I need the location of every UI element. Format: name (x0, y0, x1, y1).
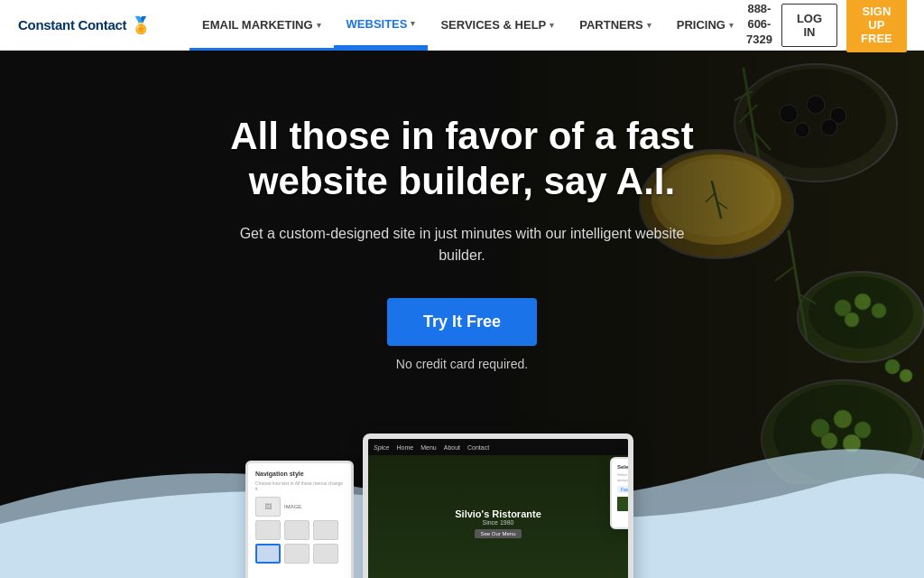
nav-style-option-4[interactable] (255, 544, 281, 564)
tablet-nav-contact: Contact (467, 444, 489, 451)
nav-style-option-2[interactable] (284, 520, 310, 540)
image-label: IMAGE (284, 504, 301, 509)
cover-image-title: Select your cover image (617, 464, 633, 470)
nav-style-option-5[interactable] (284, 544, 310, 564)
nav-style-option-6[interactable] (313, 544, 338, 564)
tablet-nav-about: About (444, 444, 460, 451)
chevron-down-icon: ▾ (729, 21, 734, 30)
no-credit-card-text: No credit card required. (396, 357, 528, 371)
logo[interactable]: Constant Contact 🏅 (18, 15, 162, 35)
hero-title: All those in favor of a fast website bui… (191, 114, 733, 205)
login-button[interactable]: LOG IN (781, 4, 837, 47)
nav-style-row-2 (255, 544, 344, 564)
phone-number: 888-606-7329 (746, 2, 772, 48)
mockup-container: Navigation style Choose how text in All … (245, 434, 679, 578)
image-source-buttons: Facebook Email Photo Upload (617, 486, 633, 493)
logo-text: Constant Contact (18, 17, 126, 33)
restaurant-since: Since 1980 (482, 519, 513, 526)
chevron-down-icon: ▾ (647, 21, 651, 30)
try-it-free-button[interactable]: Try It Free (387, 298, 537, 346)
main-nav: EMAIL MARKETING ▾ WEBSITES ▾ SERVICES & … (189, 0, 746, 51)
facebook-source-btn[interactable]: Facebook (617, 486, 633, 493)
nav-style-subtitle: Choose how text in All those menus chang… (255, 480, 344, 491)
chevron-down-icon: ▾ (550, 21, 554, 30)
header: Constant Contact 🏅 EMAIL MARKETING ▾ WEB… (0, 0, 924, 51)
nav-style-option-3[interactable] (313, 520, 338, 540)
nav-item-services[interactable]: SERVICES & HELP ▾ (428, 0, 567, 51)
hero-section: All those in favor of a fast website bui… (0, 51, 924, 578)
tablet-logo: Spice (374, 444, 390, 451)
tablet-nav-bar: Spice Home Menu About Contact (368, 439, 628, 455)
nav-style-row-1 (255, 520, 344, 540)
chevron-down-icon: ▾ (411, 19, 415, 28)
restaurant-name: Silvio's Ristorante (455, 508, 541, 519)
image-grid (617, 497, 633, 511)
see-menu-button[interactable]: See Our Menu (475, 529, 521, 538)
nav-item-websites[interactable]: WEBSITES ▾ (334, 0, 429, 51)
cover-image-subtitle: Select one of the images below or upload… (617, 472, 633, 482)
nav-item-email-marketing[interactable]: EMAIL MARKETING ▾ (189, 0, 334, 51)
tablet-content: Silvio's Ristorante Since 1980 See Our M… (368, 455, 628, 578)
tablet-mockup: Spice Home Menu About Contact Silvio's R… (363, 434, 633, 578)
hero-subtitle: Get a custom-designed site in just minut… (227, 223, 697, 266)
nav-style-option-1[interactable] (255, 520, 281, 540)
nav-style-panel: Navigation style Choose how text in All … (245, 461, 354, 578)
nav-item-partners[interactable]: PARTNERS ▾ (567, 0, 664, 51)
image-icon: 🖼 (255, 497, 281, 517)
logo-icon: 🏅 (131, 15, 151, 35)
tablet-nav-home: Home (397, 444, 414, 451)
nav-style-title: Navigation style (255, 471, 344, 477)
signup-button[interactable]: SIGN UP FREE (846, 0, 907, 52)
header-right: 888-606-7329 LOG IN SIGN UP FREE (746, 0, 907, 52)
image-thumb-1[interactable] (617, 497, 633, 511)
tablet-nav-menu: Menu (420, 444, 437, 451)
nav-item-pricing[interactable]: PRICING ▾ (664, 0, 746, 51)
tablet-inner: Spice Home Menu About Contact Silvio's R… (368, 439, 628, 578)
chevron-down-icon: ▾ (317, 21, 321, 30)
cover-image-panel: Select your cover image Select one of th… (610, 457, 633, 529)
